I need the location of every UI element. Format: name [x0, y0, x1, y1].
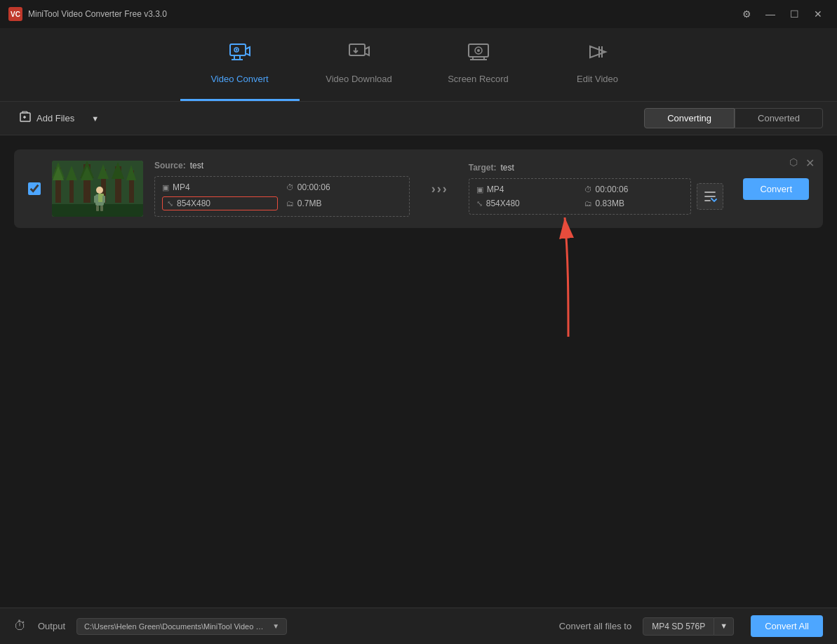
add-files-label: Add Files: [36, 113, 74, 123]
target-size: 0.83MB: [596, 199, 624, 208]
source-resolution: 854X480: [177, 199, 210, 208]
toolbar: Add Files ▼ Converting Converted: [0, 102, 837, 135]
target-size-row: 🗂 0.83MB: [584, 199, 684, 208]
target-duration-row: ⏱ 00:00:06: [584, 185, 684, 194]
source-format-row: ▣ MP4: [162, 182, 278, 192]
arrow2: ›: [437, 182, 441, 196]
format-icon: ▣: [162, 183, 169, 192]
tab-bar: Converting Converted: [644, 108, 823, 128]
settings-button[interactable]: ⚙: [736, 6, 757, 22]
target-info-box: ▣ MP4 ⏱ 00:00:06 ⤡ 854X480 🗂: [469, 178, 692, 215]
output-path-dropdown: ▼: [272, 622, 279, 630]
target-settings-button[interactable]: [697, 183, 723, 210]
svg-rect-2: [349, 44, 365, 55]
target-resolution-icon: ⤡: [476, 199, 483, 208]
title-bar-controls: ⚙ — ☐ ✕: [736, 6, 829, 22]
target-format-icon: ▣: [476, 185, 483, 194]
output-path-input[interactable]: C:\Users\Helen Green\Documents\MiniTool …: [76, 618, 287, 635]
output-label: Output: [38, 621, 65, 631]
content-area: Source: test ▣ MP4 ⏱ 00:00:06 ⤡ 854X480: [0, 135, 837, 608]
direction-arrows: › › ›: [431, 182, 447, 196]
convert-button[interactable]: Convert: [743, 178, 809, 200]
format-selector[interactable]: MP4 SD 576P: [643, 617, 714, 636]
add-files-button[interactable]: Add Files: [14, 108, 80, 129]
source-resolution-row: ⤡ 854X480: [162, 196, 278, 210]
nav-video-download-label: Video Download: [326, 74, 391, 84]
folder-icon: 🗂: [286, 199, 294, 208]
target-clock-icon: ⏱: [584, 185, 592, 194]
svg-point-5: [477, 49, 480, 52]
nav-bar: Video Convert Video Download Screen Reco…: [0, 28, 837, 102]
tab-converting[interactable]: Converting: [644, 108, 735, 128]
source-section: Source: test ▣ MP4 ⏱ 00:00:06 ⤡ 854X480: [154, 161, 410, 217]
title-bar-left: VC MiniTool Video Converter Free v3.3.0: [8, 7, 167, 21]
tab-converted[interactable]: Converted: [735, 108, 823, 128]
format-selector-group: MP4 SD 576P ▼: [643, 617, 734, 636]
target-resolution-row: ⤡ 854X480: [476, 199, 576, 208]
nav-edit-video-label: Edit Video: [577, 74, 618, 84]
source-duration: 00:00:06: [297, 182, 330, 192]
screen-record-icon: [467, 41, 490, 68]
add-files-icon: [20, 111, 32, 126]
target-label: Target: test: [469, 163, 724, 173]
maximize-button[interactable]: ☐: [784, 6, 805, 22]
file-checkbox[interactable]: [28, 182, 41, 195]
target-resolution: 854X480: [486, 199, 520, 208]
video-download-icon: [348, 41, 370, 68]
source-label: Source: test: [154, 161, 410, 170]
nav-screen-record-label: Screen Record: [448, 74, 509, 84]
source-size-row: 🗂 0.7MB: [286, 196, 402, 210]
svg-rect-26: [94, 196, 97, 203]
nav-video-convert[interactable]: Video Convert: [180, 28, 300, 101]
minimize-button[interactable]: —: [760, 6, 781, 22]
svg-point-23: [96, 187, 103, 194]
file-info: Source: test ▣ MP4 ⏱ 00:00:06 ⤡ 854X480: [154, 161, 723, 217]
source-duration-row: ⏱ 00:00:06: [286, 182, 402, 192]
nav-video-download[interactable]: Video Download: [300, 28, 419, 101]
svg-rect-29: [100, 206, 103, 211]
target-format-row: ▣ MP4: [476, 185, 576, 194]
target-duration: 00:00:06: [596, 185, 629, 194]
video-convert-icon: [229, 41, 251, 68]
card-close-button[interactable]: ✕: [805, 156, 815, 170]
edit-button[interactable]: ⬡: [789, 156, 798, 168]
format-dropdown-button[interactable]: ▼: [714, 617, 734, 636]
clock-icon: ⏱: [14, 619, 27, 633]
arrow1: ›: [431, 182, 436, 196]
convert-all-button[interactable]: Convert All: [751, 615, 823, 637]
edit-video-icon: [587, 41, 609, 68]
source-info-box: ▣ MP4 ⏱ 00:00:06 ⤡ 854X480 🗂 0.7MB: [154, 176, 410, 217]
file-thumbnail: [52, 161, 143, 217]
output-path-text: C:\Users\Helen Green\Documents\MiniTool …: [84, 622, 267, 631]
app-logo: VC: [8, 7, 22, 21]
nav-screen-record[interactable]: Screen Record: [419, 28, 538, 101]
title-bar: VC MiniTool Video Converter Free v3.3.0 …: [0, 0, 837, 28]
target-section: Target: test ▣ MP4 ⏱ 00:00:06: [469, 163, 724, 215]
resolution-icon: ⤡: [167, 199, 173, 208]
svg-rect-28: [96, 206, 99, 211]
clock-icon: ⏱: [286, 183, 294, 192]
app-title: MiniTool Video Converter Free v3.3.0: [28, 9, 167, 19]
close-button[interactable]: ✕: [808, 6, 829, 22]
source-size: 0.7MB: [297, 199, 322, 208]
file-card: Source: test ▣ MP4 ⏱ 00:00:06 ⤡ 854X480: [14, 149, 823, 228]
status-bar: ⏱ Output C:\Users\Helen Green\Documents\…: [0, 608, 837, 644]
target-format: MP4: [487, 185, 504, 194]
target-folder-icon: 🗂: [584, 199, 592, 208]
add-files-dropdown-button[interactable]: ▼: [88, 112, 102, 126]
svg-rect-27: [102, 196, 105, 203]
nav-video-convert-label: Video Convert: [210, 74, 268, 84]
arrow3: ›: [443, 182, 447, 196]
source-format: MP4: [173, 182, 190, 192]
convert-all-to-label: Convert all files to: [559, 621, 631, 631]
nav-edit-video[interactable]: Edit Video: [538, 28, 657, 101]
arrows-section: › › ›: [418, 182, 460, 196]
